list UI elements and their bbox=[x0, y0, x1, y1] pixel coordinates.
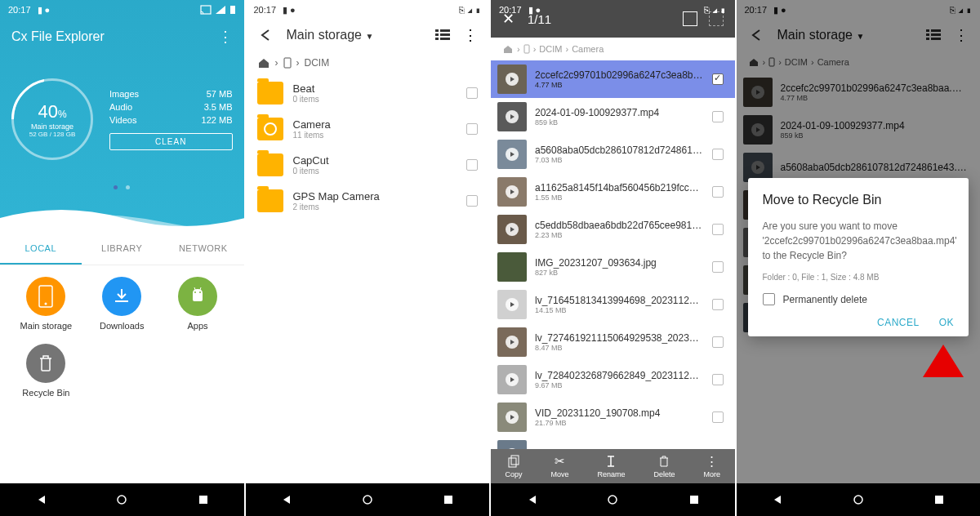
nav-bar bbox=[491, 483, 735, 516]
signal-icon bbox=[215, 5, 226, 15]
nav-home[interactable] bbox=[851, 492, 866, 507]
file-item[interactable]: VID_20231120_190708.mp4 21.79 MB bbox=[491, 398, 735, 436]
storage-percent: 40 bbox=[38, 101, 57, 122]
tab-library[interactable]: LIBRARY bbox=[82, 234, 163, 265]
file-item[interactable]: IMG_20231207_093634.jpg 827 kB bbox=[491, 248, 735, 286]
cancel-button[interactable]: CANCEL bbox=[877, 317, 920, 328]
nav-recent[interactable] bbox=[441, 492, 456, 507]
file-item[interactable]: lv_727461921115064929538_20231124012705.… bbox=[491, 323, 735, 361]
status-bar: 20:17 ▮ ● ⎘ ◢ ▮ bbox=[246, 0, 490, 20]
nav-recent[interactable] bbox=[932, 492, 947, 507]
tool-rename[interactable]: Rename bbox=[597, 454, 625, 478]
file-item[interactable]: VID_20231207_093431.mp4 bbox=[491, 436, 735, 449]
nav-back[interactable] bbox=[33, 492, 48, 507]
storage-circle[interactable]: 40% Main storage 52 GB / 128 GB bbox=[11, 78, 93, 160]
file-item[interactable]: a5608aba05dcb286107812d724861e43.mp4 7.0… bbox=[491, 136, 735, 173]
trash-icon bbox=[38, 354, 53, 372]
nav-home[interactable] bbox=[605, 492, 620, 507]
svg-rect-12 bbox=[435, 33, 439, 36]
folder-name: Beat bbox=[293, 82, 457, 95]
wave-decoration bbox=[0, 202, 244, 234]
file-checkbox[interactable] bbox=[712, 111, 724, 122]
breadcrumb[interactable]: › › DCIM › Camera bbox=[491, 38, 735, 60]
folder-item[interactable]: GPS Map Camera 2 items bbox=[246, 183, 490, 219]
breadcrumb[interactable]: › › DCIM bbox=[246, 51, 490, 75]
svg-rect-15 bbox=[440, 38, 450, 40]
nav-bar bbox=[737, 483, 981, 516]
file-name: 2ccefc2c99701b02996a6247c3ea8baa.mp4 bbox=[535, 69, 704, 81]
folder-item[interactable]: CapCut 0 items bbox=[246, 147, 490, 183]
nav-back[interactable] bbox=[769, 492, 784, 507]
permanent-delete-checkbox[interactable] bbox=[763, 293, 775, 305]
folder-item[interactable]: Camera 11 items bbox=[246, 111, 490, 147]
tool-move[interactable]: ✂Move bbox=[550, 454, 568, 478]
file-checkbox[interactable] bbox=[712, 411, 724, 423]
file-item[interactable]: lv_728402326879662849_20231124010906.mp4… bbox=[491, 361, 735, 398]
folder-checkbox[interactable] bbox=[466, 195, 478, 207]
tab-local[interactable]: LOCAL bbox=[0, 234, 82, 265]
folder-checkbox[interactable] bbox=[466, 123, 478, 135]
storage-usage: 52 GB / 128 GB bbox=[29, 131, 75, 138]
svg-point-22 bbox=[608, 496, 617, 504]
file-checkbox[interactable] bbox=[712, 73, 724, 85]
tool-more[interactable]: ⋮More bbox=[703, 454, 720, 478]
file-checkbox[interactable] bbox=[712, 149, 724, 160]
back-icon[interactable] bbox=[257, 27, 274, 43]
file-item[interactable]: c5eddb58dbaea6bdb22d765cee981fcc.mp4 2.2… bbox=[491, 211, 735, 248]
nav-back[interactable] bbox=[278, 492, 293, 507]
tool-copy[interactable]: Copy bbox=[505, 454, 522, 478]
folder-checkbox[interactable] bbox=[466, 159, 478, 171]
permanent-delete-row[interactable]: Permanently delete bbox=[763, 293, 955, 305]
folder-sub: 11 items bbox=[293, 131, 457, 140]
file-name: c5eddb58dbaea6bdb22d765cee981fcc.mp4 bbox=[535, 220, 704, 231]
file-checkbox[interactable] bbox=[712, 224, 724, 235]
folder-name: GPS Map Camera bbox=[293, 190, 457, 202]
menu-dots-icon[interactable]: ⋮ bbox=[218, 28, 233, 46]
file-item[interactable]: a11625a8145f14baf560456b219fcc19.mp4 1.5… bbox=[491, 173, 735, 211]
tab-network[interactable]: NETWORK bbox=[163, 234, 244, 265]
header-title[interactable]: Main storage ▼ bbox=[287, 28, 374, 42]
ok-button[interactable]: OK bbox=[939, 317, 954, 328]
nav-recent[interactable] bbox=[687, 492, 702, 507]
svg-rect-11 bbox=[440, 29, 450, 32]
status-time: 20:17 bbox=[499, 5, 522, 15]
file-checkbox[interactable] bbox=[712, 299, 724, 310]
page-indicator[interactable] bbox=[0, 178, 244, 193]
grid-main-storage[interactable]: Main storage bbox=[8, 277, 84, 331]
annotation-arrow bbox=[915, 345, 972, 483]
nav-recent[interactable] bbox=[196, 492, 211, 507]
file-checkbox[interactable] bbox=[712, 374, 724, 385]
phone-1-home: 20:17 ▮ ● Cx File Explorer ⋮ 40% Main st… bbox=[0, 0, 244, 516]
grid-apps[interactable]: Apps bbox=[160, 277, 236, 331]
file-item[interactable]: 2024-01-09-100929377.mp4 859 kB bbox=[491, 98, 735, 136]
file-checkbox[interactable] bbox=[712, 186, 724, 198]
header: Main storage ▼ ⋮ bbox=[246, 20, 490, 51]
play-icon bbox=[506, 298, 519, 311]
folder-icon bbox=[257, 82, 283, 105]
tool-delete[interactable]: Delete bbox=[653, 454, 675, 478]
folder-sub: 0 items bbox=[293, 95, 457, 104]
breadcrumb-item[interactable]: DCIM bbox=[305, 57, 330, 69]
storage-info: Images57 MB Audio3.5 MB Videos122 MB CLE… bbox=[109, 89, 233, 150]
nav-home[interactable] bbox=[360, 492, 375, 507]
play-icon bbox=[506, 148, 519, 161]
nav-home[interactable] bbox=[114, 492, 129, 507]
grid-recycle-bin[interactable]: Recycle Bin bbox=[8, 344, 84, 398]
svg-line-7 bbox=[200, 287, 201, 290]
play-icon bbox=[506, 223, 519, 236]
file-item[interactable]: 2ccefc2c99701b02996a6247c3ea8baa.mp4 4.7… bbox=[491, 60, 735, 98]
folder-item[interactable]: Beat 0 items bbox=[246, 75, 490, 111]
menu-dots-icon[interactable]: ⋮ bbox=[463, 26, 478, 44]
file-checkbox[interactable] bbox=[712, 336, 724, 348]
status-notif-icons: ▮ ● bbox=[283, 5, 296, 16]
folder-checkbox[interactable] bbox=[466, 87, 478, 99]
svg-rect-13 bbox=[440, 33, 450, 36]
svg-rect-21 bbox=[511, 456, 519, 465]
clean-button[interactable]: CLEAN bbox=[109, 133, 233, 150]
grid-downloads[interactable]: Downloads bbox=[84, 277, 160, 331]
folder-name: Camera bbox=[293, 118, 457, 131]
view-list-icon[interactable] bbox=[435, 29, 450, 42]
file-item[interactable]: lv_716451813413994698_20231120191129.mp4… bbox=[491, 286, 735, 323]
file-checkbox[interactable] bbox=[712, 261, 724, 273]
nav-back[interactable] bbox=[524, 492, 539, 507]
